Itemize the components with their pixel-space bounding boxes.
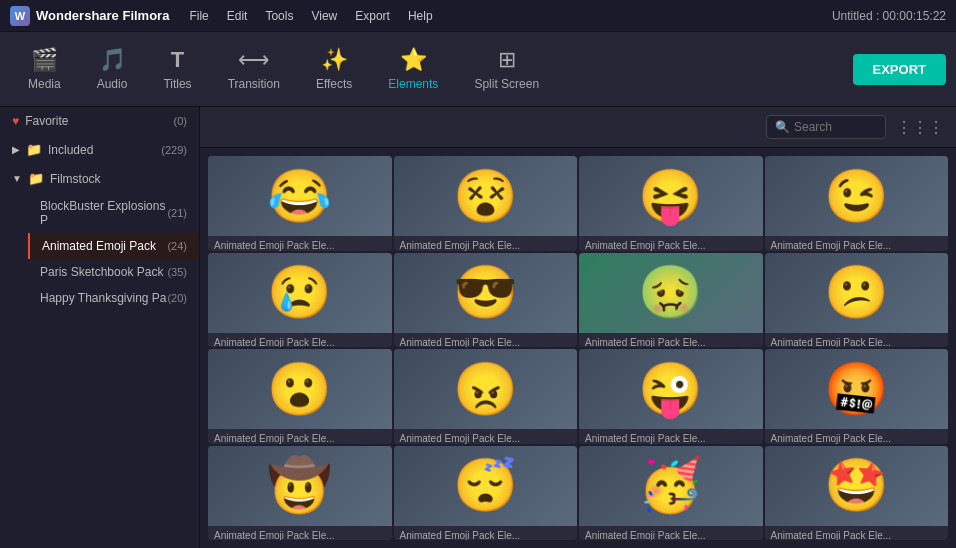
emoji-16: 🤩 bbox=[824, 455, 889, 516]
emoji-3: 😝 bbox=[638, 166, 703, 227]
folder-included-icon: 📁 bbox=[26, 142, 42, 157]
grid-thumb-7: 🤢 bbox=[579, 253, 763, 333]
grid-item-6[interactable]: 😎 Animated Emoji Pack Ele... bbox=[394, 253, 578, 348]
sidebar-item-favorite[interactable]: ♥ Favorite (0) bbox=[0, 107, 199, 135]
grid-item-1[interactable]: 😂 Animated Emoji Pack Ele... bbox=[208, 156, 392, 251]
included-count: (229) bbox=[161, 144, 187, 156]
main-layout: ♥ Favorite (0) ▶ 📁 Included (229) ▼ 📁 Fi… bbox=[0, 107, 956, 548]
grid-label-11: Animated Emoji Pack Ele... bbox=[579, 429, 763, 443]
search-box[interactable]: 🔍 bbox=[766, 115, 886, 139]
content-header: 🔍 ⋮⋮⋮ bbox=[200, 107, 956, 148]
grid-thumb-8: 😕 bbox=[765, 253, 949, 333]
emoji-9: 😮 bbox=[267, 359, 332, 420]
search-input[interactable] bbox=[794, 120, 874, 134]
animated-emoji-label: Animated Emoji Pack bbox=[42, 239, 156, 253]
transition-icon: ⟷ bbox=[238, 47, 270, 73]
grid-item-14[interactable]: 😴 Animated Emoji Pack Ele... bbox=[394, 446, 578, 541]
grid-label-15: Animated Emoji Pack Ele... bbox=[579, 526, 763, 540]
grid-thumb-9: 😮 bbox=[208, 349, 392, 429]
grid-item-12[interactable]: 🤬 Animated Emoji Pack Ele... bbox=[765, 349, 949, 444]
sidebar-item-thanksgiving[interactable]: Happy Thanksgiving Pa (20) bbox=[28, 285, 199, 311]
search-icon: 🔍 bbox=[775, 120, 790, 134]
grid-item-3[interactable]: 😝 Animated Emoji Pack Ele... bbox=[579, 156, 763, 251]
emoji-7: 🤢 bbox=[638, 262, 703, 323]
paris-count: (35) bbox=[167, 266, 187, 278]
menu-help[interactable]: Help bbox=[408, 9, 433, 23]
menu-bar: File Edit Tools View Export Help bbox=[189, 9, 432, 23]
audio-icon: 🎵 bbox=[99, 47, 126, 73]
sidebar-item-blockbuster[interactable]: BlockBuster Explosions P (21) bbox=[28, 193, 199, 233]
grid-label-14: Animated Emoji Pack Ele... bbox=[394, 526, 578, 540]
grid-thumb-4: 😉 bbox=[765, 156, 949, 236]
elements-grid: 😂 Animated Emoji Pack Ele... 😵 Animated … bbox=[200, 148, 956, 548]
grid-item-10[interactable]: 😠 Animated Emoji Pack Ele... bbox=[394, 349, 578, 444]
grid-label-10: Animated Emoji Pack Ele... bbox=[394, 429, 578, 443]
tool-titles[interactable]: T Titles bbox=[145, 39, 209, 99]
tool-audio[interactable]: 🎵 Audio bbox=[79, 39, 146, 99]
menu-edit[interactable]: Edit bbox=[227, 9, 248, 23]
content-area: 🔍 ⋮⋮⋮ 😂 Animated Emoji Pack Ele... 😵 Ani… bbox=[200, 107, 956, 548]
menu-export[interactable]: Export bbox=[355, 9, 390, 23]
menu-view[interactable]: View bbox=[311, 9, 337, 23]
transition-label: Transition bbox=[228, 77, 280, 91]
heart-icon: ♥ bbox=[12, 114, 19, 128]
grid-label-3: Animated Emoji Pack Ele... bbox=[579, 236, 763, 250]
project-title: Untitled : 00:00:15:22 bbox=[832, 9, 946, 23]
grid-item-4[interactable]: 😉 Animated Emoji Pack Ele... bbox=[765, 156, 949, 251]
collapse-included-icon: ▶ bbox=[12, 144, 20, 155]
grid-thumb-15: 🥳 bbox=[579, 446, 763, 526]
audio-label: Audio bbox=[97, 77, 128, 91]
tool-split-screen[interactable]: ⊞ Split Screen bbox=[456, 39, 557, 99]
export-button[interactable]: EXPORT bbox=[853, 54, 946, 85]
grid-toggle-icon[interactable]: ⋮⋮⋮ bbox=[896, 118, 944, 137]
toolbar: 🎬 Media 🎵 Audio T Titles ⟷ Transition ✨ … bbox=[0, 32, 956, 107]
media-icon: 🎬 bbox=[31, 47, 58, 73]
app-logo: W Wondershare Filmora bbox=[10, 6, 169, 26]
sidebar-item-filmstock[interactable]: ▼ 📁 Filmstock bbox=[0, 164, 199, 193]
grid-thumb-1: 😂 bbox=[208, 156, 392, 236]
grid-label-13: Animated Emoji Pack Ele... bbox=[208, 526, 392, 540]
filmstock-label: Filmstock bbox=[50, 172, 101, 186]
elements-icon: ⭐ bbox=[400, 47, 427, 73]
emoji-10: 😠 bbox=[453, 359, 518, 420]
emoji-13: 🤠 bbox=[267, 455, 332, 516]
grid-item-13[interactable]: 🤠 Animated Emoji Pack Ele... bbox=[208, 446, 392, 541]
emoji-4: 😉 bbox=[824, 166, 889, 227]
menu-file[interactable]: File bbox=[189, 9, 208, 23]
grid-thumb-13: 🤠 bbox=[208, 446, 392, 526]
favorite-count: (0) bbox=[174, 115, 187, 127]
grid-item-7[interactable]: 🤢 Animated Emoji Pack Ele... bbox=[579, 253, 763, 348]
menu-tools[interactable]: Tools bbox=[265, 9, 293, 23]
tool-effects[interactable]: ✨ Effects bbox=[298, 39, 370, 99]
grid-label-2: Animated Emoji Pack Ele... bbox=[394, 236, 578, 250]
grid-item-5[interactable]: 😢 Animated Emoji Pack Ele... bbox=[208, 253, 392, 348]
folder-filmstock-icon: 📁 bbox=[28, 171, 44, 186]
grid-label-1: Animated Emoji Pack Ele... bbox=[208, 236, 392, 250]
grid-item-2[interactable]: 😵 Animated Emoji Pack Ele... bbox=[394, 156, 578, 251]
emoji-1: 😂 bbox=[267, 166, 332, 227]
grid-item-15[interactable]: 🥳 Animated Emoji Pack Ele... bbox=[579, 446, 763, 541]
emoji-15: 🥳 bbox=[638, 455, 703, 516]
split-screen-icon: ⊞ bbox=[498, 47, 516, 73]
sidebar-item-included[interactable]: ▶ 📁 Included (229) bbox=[0, 135, 199, 164]
grid-label-6: Animated Emoji Pack Ele... bbox=[394, 333, 578, 347]
effects-label: Effects bbox=[316, 77, 352, 91]
grid-item-9[interactable]: 😮 Animated Emoji Pack Ele... bbox=[208, 349, 392, 444]
sidebar-item-paris[interactable]: Paris Sketchbook Pack (35) bbox=[28, 259, 199, 285]
media-label: Media bbox=[28, 77, 61, 91]
logo-icon: W bbox=[10, 6, 30, 26]
paris-label: Paris Sketchbook Pack bbox=[40, 265, 163, 279]
included-label: Included bbox=[48, 143, 93, 157]
split-screen-label: Split Screen bbox=[474, 77, 539, 91]
grid-label-7: Animated Emoji Pack Ele... bbox=[579, 333, 763, 347]
grid-label-12: Animated Emoji Pack Ele... bbox=[765, 429, 949, 443]
sidebar-item-animated-emoji[interactable]: Animated Emoji Pack (24) bbox=[28, 233, 199, 259]
grid-thumb-5: 😢 bbox=[208, 253, 392, 333]
grid-item-16[interactable]: 🤩 Animated Emoji Pack Ele... bbox=[765, 446, 949, 541]
grid-thumb-14: 😴 bbox=[394, 446, 578, 526]
tool-media[interactable]: 🎬 Media bbox=[10, 39, 79, 99]
grid-item-8[interactable]: 😕 Animated Emoji Pack Ele... bbox=[765, 253, 949, 348]
grid-item-11[interactable]: 😜 Animated Emoji Pack Ele... bbox=[579, 349, 763, 444]
tool-transition[interactable]: ⟷ Transition bbox=[210, 39, 298, 99]
tool-elements[interactable]: ⭐ Elements bbox=[370, 39, 456, 99]
